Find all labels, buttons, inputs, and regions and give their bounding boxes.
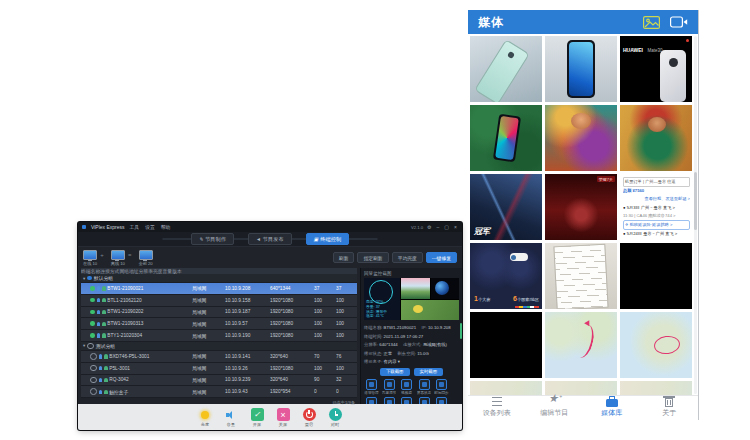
table-row[interactable]: BTY1-21020304 局域网 10.10.9.190 1920*1080 … bbox=[81, 330, 357, 342]
media-tile[interactable] bbox=[545, 243, 617, 309]
function-button[interactable]: 电源管理 bbox=[382, 397, 397, 404]
media-tile[interactable] bbox=[620, 381, 692, 396]
step-tab[interactable]: ◄ 节目发布 bbox=[248, 233, 292, 245]
table-row[interactable]: BTW1-21090021 局域网 10.10.9.208 640*1344 3… bbox=[81, 283, 357, 295]
media-tile[interactable]: 机票订单 | 广州—曼谷 往返 总额 ¥7560 查看行程、发送至邮箱 > ● … bbox=[620, 174, 692, 240]
media-tile[interactable]: HUAWEI Mate30 bbox=[620, 36, 692, 102]
media-tile[interactable] bbox=[470, 105, 542, 171]
table-row[interactable]: BTL1-21062120 局域网 10.10.9.158 1920*1080 … bbox=[81, 295, 357, 307]
tile-text-lines bbox=[473, 39, 540, 100]
checkbox-icon[interactable] bbox=[90, 353, 97, 360]
action-button[interactable]: 平均亮度 bbox=[392, 252, 423, 263]
nav-item[interactable]: 关于 bbox=[641, 396, 699, 418]
media-tile[interactable] bbox=[545, 105, 617, 171]
panel-button[interactable]: 实时截图 bbox=[414, 368, 444, 376]
function-button[interactable]: 网络配置 bbox=[399, 397, 414, 404]
landscape-preview bbox=[401, 278, 430, 299]
video-icon[interactable] bbox=[670, 16, 688, 28]
volume-cell: 100 bbox=[336, 321, 358, 326]
action-button[interactable]: 一键修复 bbox=[426, 252, 457, 263]
expander-icon[interactable]: ▾ bbox=[83, 343, 85, 348]
toolbar-icon bbox=[251, 408, 264, 421]
checkbox-icon[interactable] bbox=[90, 333, 95, 338]
step-tab[interactable]: ✎ 节目制作 bbox=[191, 233, 234, 245]
media-tile[interactable] bbox=[470, 312, 542, 378]
action-button[interactable]: 指定刷新 bbox=[357, 252, 388, 263]
terminal-info: 终端名称BTW1-21090021 IP10.10.9.208 终端时间2021… bbox=[364, 323, 459, 366]
window-control-button[interactable]: ⚙ bbox=[426, 225, 432, 230]
function-button[interactable]: Remote bbox=[434, 397, 449, 404]
table-row[interactable]: BXD746-P5L-3001 局域网 10.10.9.141 320*640 … bbox=[81, 351, 357, 363]
menubar-item[interactable]: 帮助 bbox=[161, 224, 171, 230]
checkbox-icon[interactable] bbox=[87, 276, 92, 281]
screen-preview[interactable]: 亮度: 37%音量: 37状态: 播放中温度: 41℃ bbox=[364, 278, 459, 320]
step-tab[interactable]: ▣ 终端控制 bbox=[306, 233, 349, 245]
expander-icon[interactable]: ▾ bbox=[83, 276, 85, 281]
checkbox-icon[interactable] bbox=[90, 365, 97, 372]
function-button[interactable]: 终端升级 bbox=[417, 397, 432, 404]
media-tile[interactable] bbox=[470, 381, 542, 396]
function-button[interactable]: 亮度调节 bbox=[382, 379, 397, 395]
window-control-button[interactable]: – bbox=[436, 225, 441, 230]
media-tile[interactable] bbox=[470, 36, 542, 102]
toolbar-item[interactable]: 音量 bbox=[225, 408, 238, 427]
window-control-button[interactable]: × bbox=[453, 225, 458, 230]
tile-text-lines bbox=[623, 108, 690, 169]
table-row[interactable]: 触控盒子 局域网 10.10.9.43 1920*954 0 0 v1.9.7 bbox=[81, 386, 357, 398]
tile-caption: 冠军 bbox=[474, 226, 490, 237]
table-row[interactable]: P5L-3001 局域网 10.10.9.26 1920*1080 100 10… bbox=[81, 363, 357, 375]
ip-cell: 10.10.9.141 bbox=[225, 354, 270, 359]
function-button[interactable]: 播放管理 bbox=[364, 379, 379, 395]
table-row[interactable]: ▾ 测试分组 bbox=[81, 342, 357, 351]
function-icon bbox=[384, 379, 395, 390]
function-button[interactable]: 时间同步 bbox=[434, 379, 449, 395]
toolbar-item[interactable]: 关屏 bbox=[277, 408, 290, 427]
toolbar-icon bbox=[303, 408, 316, 421]
checkbox-icon[interactable] bbox=[90, 377, 97, 384]
checkbox-icon[interactable] bbox=[90, 286, 95, 291]
nav-item[interactable]: 设备列表 bbox=[468, 396, 526, 418]
brightness-cell: 100 bbox=[314, 298, 336, 303]
media-tile[interactable] bbox=[620, 243, 692, 309]
terminal-name: BTW1-21090313 bbox=[107, 321, 143, 326]
checkbox-icon[interactable] bbox=[90, 310, 95, 315]
table-row[interactable]: BTW1-21090202 局域网 10.10.9.187 1920*1080 … bbox=[81, 307, 357, 319]
toolbar-item[interactable]: 亮度 bbox=[199, 408, 212, 427]
toolbar-item[interactable]: 开屏 bbox=[251, 408, 264, 427]
checkbox-icon[interactable] bbox=[90, 298, 95, 303]
function-button[interactable]: 视频源 bbox=[399, 379, 414, 395]
media-tile[interactable] bbox=[545, 36, 617, 102]
nav-item[interactable]: 编辑节目 bbox=[526, 396, 584, 418]
function-icon bbox=[419, 397, 430, 404]
table-row[interactable]: ▾ 默认分组 bbox=[81, 274, 357, 283]
media-tile[interactable]: 冠军 bbox=[470, 174, 542, 240]
toolbar-item[interactable]: 重启 bbox=[303, 408, 316, 427]
app-title: ViPlex Express bbox=[91, 224, 125, 230]
table-row[interactable]: BTW1-21090313 局域网 10.10.9.57 1920*1080 1… bbox=[81, 318, 357, 330]
toolbar-icon bbox=[199, 408, 212, 421]
function-button[interactable]: 重启配置 bbox=[364, 397, 379, 404]
volume-cell: 100 bbox=[336, 298, 358, 303]
nav-item[interactable]: 媒体库 bbox=[583, 396, 641, 418]
grid-scrollbar[interactable] bbox=[694, 36, 697, 394]
function-button[interactable]: 屏幕状态 bbox=[417, 379, 432, 395]
media-tile[interactable] bbox=[620, 105, 692, 171]
media-tile[interactable]: 1个大赛 6个国家/地区 bbox=[470, 243, 542, 309]
checkbox-icon[interactable] bbox=[87, 343, 94, 350]
panel-scrollbar[interactable] bbox=[460, 323, 462, 339]
checkbox-icon[interactable] bbox=[90, 321, 95, 326]
media-tile[interactable]: 荣耀7天 bbox=[545, 174, 617, 240]
photos-icon[interactable] bbox=[643, 16, 660, 29]
action-button[interactable]: 刷新 bbox=[333, 252, 355, 263]
table-row[interactable]: RQ-3042 局域网 10.10.9.239 320*640 90 32 v5… bbox=[81, 375, 357, 387]
menubar-item[interactable]: 设置 bbox=[145, 224, 155, 230]
media-tile[interactable] bbox=[545, 312, 617, 378]
checkbox-icon[interactable] bbox=[90, 388, 97, 395]
sub-toolbar: 在线 10 + 离线 10 = bbox=[78, 247, 462, 268]
panel-button[interactable]: 下载截图 bbox=[380, 368, 410, 376]
toolbar-item[interactable]: 对时 bbox=[329, 408, 342, 427]
window-control-button[interactable]: ▢ bbox=[443, 225, 450, 230]
media-tile[interactable] bbox=[620, 312, 692, 378]
menubar-item[interactable]: 工具 bbox=[130, 224, 140, 230]
tile-text-lines bbox=[473, 315, 540, 376]
